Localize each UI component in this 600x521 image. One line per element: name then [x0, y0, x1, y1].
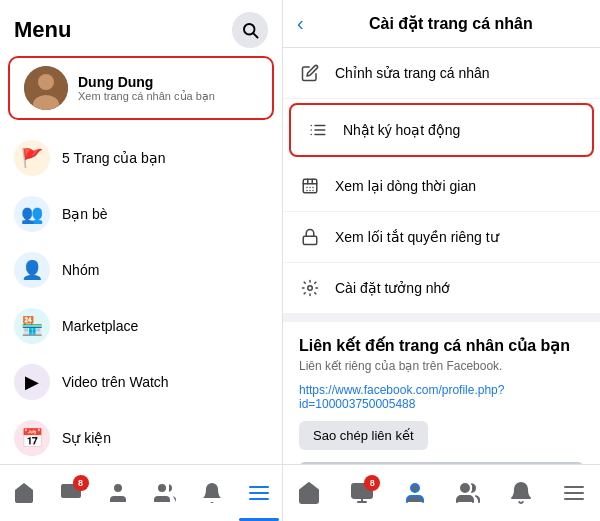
nav-profile[interactable] [98, 473, 138, 513]
lock-icon [299, 226, 321, 248]
right-content: Chỉnh sửa trang cá nhân Nhật ký hoạt độn… [283, 48, 600, 464]
rnav-menu[interactable] [554, 473, 594, 513]
search-button[interactable] [232, 12, 268, 48]
menu-item-pages[interactable]: 🚩 5 Trang của bạn [0, 130, 282, 186]
menu-item-marketplace[interactable]: 🏪 Marketplace [0, 298, 282, 354]
menu-label-watch: Video trên Watch [62, 374, 169, 390]
menu-label-events: Sự kiện [62, 430, 111, 446]
nav-menu[interactable] [239, 473, 279, 513]
svg-point-3 [38, 74, 54, 90]
back-button[interactable]: ‹ [297, 12, 304, 35]
menu-icon-marketplace: 🏪 [14, 308, 50, 344]
menu-label-marketplace: Marketplace [62, 318, 138, 334]
video-badge: 8 [73, 475, 89, 491]
menu-title: Menu [14, 17, 71, 43]
activity-label: Nhật ký hoạt động [343, 122, 460, 138]
link-title: Liên kết đến trang cá nhân của bạn [299, 336, 584, 355]
timeline-label: Xem lại dòng thời gian [335, 178, 476, 194]
nav-bell[interactable] [192, 473, 232, 513]
link-sub: Liên kết riêng của bạn trên Facebook. [299, 359, 584, 373]
menu-icon-pages: 🚩 [14, 140, 50, 176]
link-section: Liên kết đến trang cá nhân của bạn Liên … [283, 322, 600, 464]
rnav-groups[interactable] [448, 473, 488, 513]
gear-icon [299, 277, 321, 299]
profile-sub: Xem trang cá nhân của bạn [78, 90, 215, 103]
menu-icon-watch: ▶ [14, 364, 50, 400]
menu-item-events[interactable]: 📅 Sự kiện [0, 410, 282, 464]
clock-icon [299, 175, 321, 197]
right-bottom-nav: 8 [283, 464, 600, 521]
svg-rect-19 [303, 236, 317, 244]
memory-label: Cài đặt tưởng nhớ [335, 280, 450, 296]
menu-label-pages: 5 Trang của bạn [62, 150, 166, 166]
rnav-profile[interactable] [395, 473, 435, 513]
list-icon [307, 119, 329, 141]
copy-link-button[interactable]: Sao chép liên kết [299, 421, 428, 450]
right-header-title: Cài đặt trang cá nhân [316, 14, 586, 33]
svg-point-6 [114, 484, 122, 492]
pencil-icon [299, 62, 321, 84]
nav-video[interactable]: 8 [51, 473, 91, 513]
profile-name: Dung Dung [78, 74, 215, 90]
svg-point-7 [158, 484, 166, 492]
svg-point-22 [411, 484, 419, 492]
menu-item-groups[interactable]: 👤 Nhóm [0, 242, 282, 298]
right-header: ‹ Cài đặt trang cá nhân [283, 0, 600, 48]
menu-item-watch[interactable]: ▶ Video trên Watch [0, 354, 282, 410]
menu-icon-friends: 👥 [14, 196, 50, 232]
menu-icon-events: 📅 [14, 420, 50, 456]
svg-line-1 [253, 33, 257, 37]
right-panel: ‹ Cài đặt trang cá nhân Chỉnh sửa trang … [283, 0, 600, 521]
rnav-bell[interactable] [501, 473, 541, 513]
menu-label-groups: Nhóm [62, 262, 99, 278]
privacy-label: Xem lối tắt quyền riêng tư [335, 229, 499, 245]
settings-privacy[interactable]: Xem lối tắt quyền riêng tư [283, 212, 600, 263]
profile-info: Dung Dung Xem trang cá nhân của bạn [78, 74, 215, 103]
rnav-home[interactable] [289, 473, 329, 513]
settings-activity[interactable]: Nhật ký hoạt động [289, 103, 594, 157]
left-panel: Menu Dung Dung Xem trang cá nhân của bạn… [0, 0, 283, 521]
settings-list: Chỉnh sửa trang cá nhân Nhật ký hoạt độn… [283, 48, 600, 314]
svg-point-20 [308, 286, 313, 291]
settings-edit[interactable]: Chỉnh sửa trang cá nhân [283, 48, 600, 99]
menu-list: 🚩 5 Trang của bạn 👥 Bạn bè 👤 Nhóm 🏪 Mark… [0, 126, 282, 464]
menu-label-friends: Bạn bè [62, 206, 108, 222]
left-header: Menu [0, 0, 282, 56]
settings-memory[interactable]: Cài đặt tưởng nhớ [283, 263, 600, 314]
rnav-video[interactable]: 8 [342, 473, 382, 513]
left-bottom-nav: 8 [0, 464, 282, 521]
edit-label: Chỉnh sửa trang cá nhân [335, 65, 490, 81]
menu-icon-groups: 👤 [14, 252, 50, 288]
svg-point-23 [461, 484, 469, 492]
avatar-image [24, 66, 68, 110]
rnav-video-badge: 8 [364, 475, 380, 491]
nav-groups[interactable] [145, 473, 185, 513]
menu-item-friends[interactable]: 👥 Bạn bè [0, 186, 282, 242]
nav-home[interactable] [4, 473, 44, 513]
profile-item[interactable]: Dung Dung Xem trang cá nhân của bạn [8, 56, 274, 120]
search-icon [241, 21, 259, 39]
settings-timeline[interactable]: Xem lại dòng thời gian [283, 161, 600, 212]
avatar [24, 66, 68, 110]
link-url: https://www.facebook.com/profile.php? id… [299, 383, 584, 411]
